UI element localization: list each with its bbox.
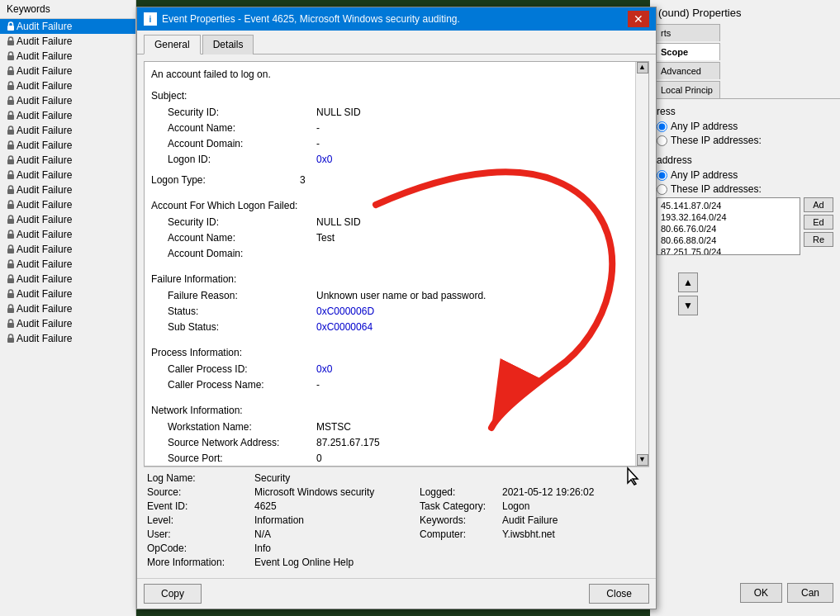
sidebar-item-13[interactable]: Audit Failure: [0, 212, 135, 227]
event-content-area[interactable]: An account failed to log on. Subject: Se…: [144, 61, 649, 467]
svg-rect-7: [7, 130, 14, 135]
sidebar-item-label: Audit Failure: [17, 229, 72, 240]
more-info-link[interactable]: Event Log Online Help: [254, 557, 420, 568]
local-any-ip-radio[interactable]: Any IP address: [657, 169, 833, 181]
sidebar-item-10[interactable]: Audit Failure: [0, 168, 135, 182]
info-grid: Log Name: Security Source: Microsoft Win…: [147, 472, 646, 568]
right-tab-rts[interactable]: rts: [653, 24, 720, 41]
dialog-title: Event Properties - Event 4625, Microsoft…: [162, 13, 460, 25]
caller-name-row: Caller Process Name: -: [168, 377, 638, 392]
right-tab-advanced[interactable]: Advanced: [653, 62, 720, 79]
any-ip-radio[interactable]: Any IP address: [657, 121, 833, 132]
dialog-tab-details[interactable]: Details: [202, 35, 254, 54]
source-label: Source:: [147, 486, 254, 498]
svg-rect-5: [7, 100, 14, 105]
scroll-nav: ▲ ▼: [678, 272, 698, 315]
these-ip-radio-input[interactable]: [657, 135, 667, 146]
svg-rect-17: [7, 278, 14, 283]
nav-down-button[interactable]: ▼: [678, 296, 698, 315]
close-button[interactable]: Close: [589, 584, 649, 604]
caller-name-label: Caller Process Name:: [168, 377, 316, 392]
svg-rect-19: [7, 308, 14, 313]
source-addr-row: Source Network Address: 87.251.67.175: [168, 435, 638, 450]
failed-security-id-value: NULL SID: [316, 215, 361, 230]
subject-header: Subject:: [151, 88, 638, 103]
subject-account-name-value: -: [316, 121, 320, 135]
add-ip-button[interactable]: Ad: [804, 197, 833, 212]
lock-icon: [5, 80, 17, 92]
failed-security-id-label: Security ID:: [168, 215, 316, 230]
ip-list-item[interactable]: 80.66.88.0/24: [659, 235, 798, 246]
sidebar-item-14[interactable]: Audit Failure: [0, 227, 135, 242]
scrollbar[interactable]: ▲ ▼: [635, 62, 648, 466]
dialog-tab-general[interactable]: General: [144, 35, 201, 54]
sidebar-item-15[interactable]: Audit Failure: [0, 242, 135, 257]
ip-list-item[interactable]: 87.251.75.0/24: [659, 246, 798, 255]
sidebar-item-label: Audit Failure: [17, 140, 72, 151]
source-port-row: Source Port: 0: [168, 451, 638, 466]
ok-button[interactable]: OK: [740, 583, 782, 603]
sidebar-item-12[interactable]: Audit Failure: [0, 197, 135, 212]
right-tab-local-princip[interactable]: Local Princip: [653, 81, 720, 98]
these-ip-label: These IP addresses:: [671, 135, 762, 146]
lock-icon: [5, 154, 17, 166]
sidebar-item-20[interactable]: Audit Failure: [0, 316, 135, 331]
svg-rect-4: [7, 85, 14, 90]
sidebar-item-7[interactable]: Audit Failure: [0, 123, 135, 138]
failed-account-name-row: Account Name: Test: [168, 230, 638, 245]
ip-list-item[interactable]: 80.66.76.0/24: [659, 223, 798, 235]
remove-ip-button[interactable]: Re: [804, 232, 833, 247]
local-these-ip-radio[interactable]: These IP addresses:: [657, 183, 833, 195]
sidebar-item-18[interactable]: Audit Failure: [0, 287, 135, 301]
sidebar-item-label: Audit Failure: [17, 303, 72, 315]
local-any-ip-input[interactable]: [657, 170, 667, 181]
lock-icon: [5, 125, 17, 136]
workstation-label: Workstation Name:: [168, 419, 316, 434]
sidebar-item-label: Audit Failure: [17, 184, 72, 196]
sidebar-item-2[interactable]: Audit Failure: [0, 49, 135, 64]
sidebar-item-3[interactable]: Audit Failure: [0, 64, 135, 78]
sidebar-item-16[interactable]: Audit Failure: [0, 257, 135, 272]
cancel-button[interactable]: Can: [787, 583, 833, 603]
sidebar-item-21[interactable]: Audit Failure: [0, 331, 135, 346]
sidebar-item-1[interactable]: Audit Failure: [0, 34, 135, 49]
failed-account-domain-label: Account Domain:: [168, 246, 316, 261]
ip-list-item[interactable]: 193.32.164.0/24: [659, 211, 798, 223]
local-these-ip-input[interactable]: [657, 184, 667, 195]
sidebar-item-8[interactable]: Audit Failure: [0, 138, 135, 153]
these-ip-radio[interactable]: These IP addresses:: [657, 135, 833, 146]
right-tab-scope[interactable]: Scope: [653, 43, 720, 60]
logged-value: 2021-05-12 19:26:02: [502, 486, 646, 498]
ip-list-box[interactable]: 45.141.87.0/24193.32.164.0/2480.66.76.0/…: [657, 197, 800, 255]
sidebar-item-4[interactable]: Audit Failure: [0, 78, 135, 93]
sidebar-item-0[interactable]: Audit Failure: [0, 19, 135, 34]
sidebar-item-6[interactable]: Audit Failure: [0, 108, 135, 123]
failure-reason-row: Failure Reason: Unknown user name or bad…: [168, 288, 638, 303]
workstation-value: MSTSC: [316, 419, 351, 434]
subject-account-name-label: Account Name:: [168, 121, 316, 135]
dialog-close-button[interactable]: ✕: [628, 11, 649, 27]
sidebar-item-19[interactable]: Audit Failure: [0, 301, 135, 316]
svg-rect-6: [7, 115, 14, 120]
keywords-label: Keywords:: [420, 514, 502, 526]
copy-button[interactable]: Copy: [144, 584, 202, 604]
ip-list-item[interactable]: 45.141.87.0/24: [659, 200, 798, 211]
sidebar-item-11[interactable]: Audit Failure: [0, 182, 135, 197]
sidebar-item-9[interactable]: Audit Failure: [0, 153, 135, 168]
sidebar-item-17[interactable]: Audit Failure: [0, 272, 135, 287]
any-ip-radio-input[interactable]: [657, 121, 667, 132]
sidebar-item-5[interactable]: Audit Failure: [0, 93, 135, 108]
logon-type-header: Logon Type:: [151, 173, 300, 187]
more-info-label: More Information:: [147, 557, 254, 568]
svg-rect-1: [7, 40, 14, 45]
scroll-down-btn[interactable]: ▼: [637, 454, 648, 466]
subject-account-domain-label: Account Domain:: [168, 136, 316, 151]
svg-rect-3: [7, 70, 14, 75]
user-label: User:: [147, 528, 254, 540]
edit-ip-button[interactable]: Ed: [804, 215, 833, 230]
sidebar-item-label: Audit Failure: [17, 65, 72, 77]
nav-up-button[interactable]: ▲: [678, 272, 698, 292]
scroll-up-btn[interactable]: ▲: [637, 62, 648, 73]
failure-info-header: Failure Information:: [151, 272, 638, 287]
subject-logon-id-row: Logon ID: 0x0: [168, 152, 638, 167]
